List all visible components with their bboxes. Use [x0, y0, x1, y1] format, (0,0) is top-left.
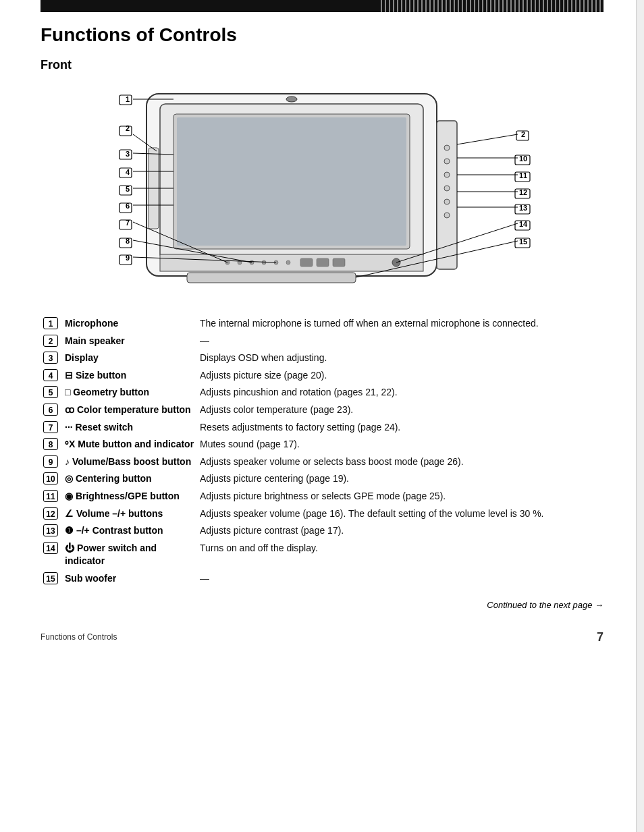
item-number-box: 7 — [43, 421, 58, 433]
svg-point-11 — [444, 199, 450, 204]
diagram-svg: 1 2 3 4 5 6 — [92, 80, 552, 296]
table-row: 14⏻ Power switch and indicatorTurns on a… — [41, 540, 603, 570]
svg-text:12: 12 — [519, 188, 527, 196]
item-number-cell: 2 — [41, 333, 65, 350]
item-number-box: 14 — [43, 542, 58, 554]
item-desc-cell: Mutes sound (page 17). — [200, 436, 603, 453]
item-name-cell: ◉ Brightness/GPE button — [65, 488, 200, 505]
continued-line: Continued to the next page → — [41, 600, 603, 610]
item-name-cell: ··· Reset switch — [65, 419, 200, 437]
svg-point-7 — [444, 145, 450, 150]
svg-point-19 — [286, 260, 290, 265]
table-row: 4⊟ Size buttonAdjusts picture size (page… — [41, 367, 603, 385]
table-row: 13❶ –/+ Contrast buttonAdjusts picture c… — [41, 522, 603, 540]
item-number-cell: 4 — [41, 367, 65, 385]
svg-text:10: 10 — [519, 155, 527, 163]
svg-rect-6 — [437, 121, 457, 269]
item-number-box: 11 — [43, 490, 58, 502]
item-number-box: 5 — [43, 386, 58, 398]
table-row: 5□ Geometry buttonAdjusts pincushion and… — [41, 384, 603, 401]
item-desc-cell: Resets adjustments to factory setting (p… — [200, 419, 603, 437]
item-number-box: 10 — [43, 472, 58, 484]
item-number-cell: 14 — [41, 540, 65, 570]
item-number-cell: 9 — [41, 453, 65, 471]
footer-line: Functions of Controls 7 — [41, 630, 603, 644]
section-title: Front — [41, 58, 603, 72]
item-name-cell: ♪ Volume/Bass boost button — [65, 453, 200, 471]
table-row: 3DisplayDisplays OSD when adjusting. — [41, 350, 603, 367]
item-desc-cell: The internal microphone is turned off wh… — [200, 315, 603, 333]
svg-rect-24 — [187, 273, 356, 283]
item-number-box: 2 — [43, 335, 58, 347]
table-row: 1MicrophoneThe internal microphone is tu… — [41, 315, 603, 333]
item-name-cell: ∠ Volume –/+ buttons — [65, 505, 200, 523]
table-row: 6ꝏ Color temperature buttonAdjusts color… — [41, 401, 603, 419]
item-number-cell: 5 — [41, 384, 65, 401]
item-number-box: 8 — [43, 438, 58, 450]
table-row: 10◎ Centering buttonAdjusts picture cent… — [41, 470, 603, 488]
item-name-cell: Main speaker — [65, 333, 200, 350]
item-number-box: 4 — [43, 369, 58, 381]
item-name-cell: ꝏ Color temperature button — [65, 401, 200, 419]
svg-rect-22 — [333, 258, 345, 267]
svg-text:14: 14 — [519, 220, 528, 228]
item-number-cell: 11 — [41, 488, 65, 505]
footer-label: Functions of Controls — [41, 632, 117, 642]
item-name-cell: ᵒX Mute button and indicator — [65, 436, 200, 453]
controls-section: 1MicrophoneThe internal microphone is tu… — [41, 315, 603, 588]
svg-rect-20 — [300, 258, 313, 267]
svg-point-17 — [262, 260, 266, 265]
item-desc-cell: Turns on and off the display. — [200, 540, 603, 570]
item-desc-cell: Adjusts picture brightness or selects GP… — [200, 488, 603, 505]
item-name-cell: Display — [65, 350, 200, 367]
svg-text:13: 13 — [519, 204, 527, 212]
svg-rect-13 — [160, 254, 423, 271]
table-row: 12∠ Volume –/+ buttonsAdjusts speaker vo… — [41, 505, 603, 523]
table-row: 11◉ Brightness/GPE buttonAdjusts picture… — [41, 488, 603, 505]
item-name-cell: ⊟ Size button — [65, 367, 200, 385]
item-desc-cell: Adjusts speaker volume (page 16). The de… — [200, 505, 603, 523]
item-name-cell: Microphone — [65, 315, 200, 333]
svg-text:3: 3 — [126, 150, 130, 158]
item-number-cell: 7 — [41, 419, 65, 437]
item-desc-cell: Adjusts speaker volume or selects bass b… — [200, 453, 603, 471]
svg-point-10 — [444, 186, 450, 191]
svg-line-52 — [457, 134, 518, 144]
item-number-box: 1 — [43, 317, 58, 329]
item-name-cell: Sub woofer — [65, 570, 200, 588]
svg-text:4: 4 — [126, 168, 130, 176]
table-row: 8ᵒX Mute button and indicatorMutes sound… — [41, 436, 603, 453]
item-desc-cell: Adjusts pincushion and rotation (pages 2… — [200, 384, 603, 401]
svg-text:2: 2 — [521, 130, 525, 138]
item-number-cell: 12 — [41, 505, 65, 523]
svg-text:15: 15 — [519, 238, 527, 246]
item-name-cell: ⏻ Power switch and indicator — [65, 540, 200, 570]
item-number-cell: 6 — [41, 401, 65, 419]
svg-rect-3 — [177, 117, 406, 246]
item-name-cell: ◎ Centering button — [65, 470, 200, 488]
top-bar — [41, 0, 603, 12]
page-number: 7 — [597, 630, 603, 644]
svg-text:11: 11 — [519, 171, 527, 179]
svg-text:5: 5 — [126, 185, 130, 193]
item-number-box: 15 — [43, 572, 58, 584]
svg-point-12 — [444, 213, 450, 218]
page-title: Functions of Controls — [41, 24, 603, 46]
page-container: Functions of Controls Front — [0, 0, 644, 832]
svg-point-9 — [444, 172, 450, 177]
item-number-box: 13 — [43, 524, 58, 536]
table-row: 9♪ Volume/Bass boost buttonAdjusts speak… — [41, 453, 603, 471]
item-desc-cell: Displays OSD when adjusting. — [200, 350, 603, 367]
item-desc-cell: — — [200, 333, 603, 350]
right-border — [636, 0, 644, 832]
item-number-cell: 10 — [41, 470, 65, 488]
svg-text:1: 1 — [126, 95, 130, 103]
item-desc-cell: Adjusts picture contrast (page 17). — [200, 522, 603, 540]
item-number-cell: 13 — [41, 522, 65, 540]
table-row: 7··· Reset switchResets adjustments to f… — [41, 419, 603, 437]
item-number-cell: 3 — [41, 350, 65, 367]
item-desc-cell: — — [200, 570, 603, 588]
item-number-box: 12 — [43, 507, 58, 520]
item-number-box: 6 — [43, 404, 58, 416]
item-name-cell: □ Geometry button — [65, 384, 200, 401]
